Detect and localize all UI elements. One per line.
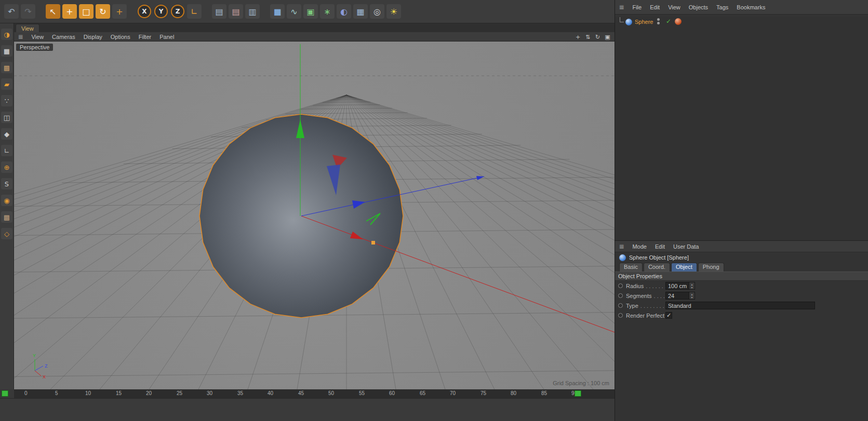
texture-mode-icon[interactable]: ▩ <box>1 62 12 73</box>
property-label: Render Perfect <box>626 313 664 319</box>
viewport-menu-display[interactable]: Display <box>84 34 102 40</box>
attributes-menu: ModeEditUser Data <box>632 243 699 250</box>
edges-mode-icon[interactable]: ◫ <box>1 112 12 123</box>
add-camera-button[interactable]: ◎ <box>370 4 384 19</box>
radius-input[interactable]: 100 cm ▴▾ <box>665 282 695 290</box>
solo-mode-icon[interactable]: S <box>1 178 12 189</box>
stepper-arrows[interactable]: ▴▾ <box>689 282 695 289</box>
view-label[interactable]: Perspective <box>16 44 53 51</box>
viewport-nav-icons: +⇅↻▣ <box>574 32 611 42</box>
section-header[interactable]: Object Properties <box>615 271 868 281</box>
viewport-menu-cameras[interactable]: Cameras <box>52 34 75 40</box>
dolly-view-icon[interactable]: ⇅ <box>584 33 592 41</box>
om-menu-edit[interactable]: Edit <box>650 4 660 10</box>
scale-tool[interactable]: □ <box>79 4 94 19</box>
move-tool[interactable]: + <box>62 4 77 19</box>
workplane-mode-icon[interactable]: ▰ <box>1 78 12 90</box>
rotate-tool[interactable]: ↻ <box>96 4 110 19</box>
add-light-button[interactable]: ☀ <box>386 4 401 19</box>
timeline-tick: 85 <box>541 390 547 396</box>
segments-input[interactable]: 24 ▴▾ <box>665 292 695 300</box>
last-tool-used[interactable]: + <box>112 4 127 19</box>
make-editable-icon[interactable]: ◑ <box>1 29 12 40</box>
viewport-menu-panel[interactable]: Panel <box>159 34 174 40</box>
tab-coord[interactable]: Coord. <box>644 263 670 271</box>
maximize-view-icon[interactable]: ▣ <box>604 33 611 41</box>
coordinate-system-toggle[interactable]: ∟ <box>187 4 202 19</box>
scale-handle[interactable] <box>371 241 375 245</box>
timeline-tick: 40 <box>268 390 273 396</box>
am-menu-userdata[interactable]: User Data <box>673 243 699 250</box>
timeline-tick: 20 <box>146 390 152 396</box>
render-picture-viewer-button[interactable]: ▤ <box>229 4 243 19</box>
timeline-ruler[interactable]: 051015202530354045505560657075808590 <box>14 389 615 399</box>
add-generator-button[interactable]: ▣ <box>303 4 318 19</box>
add-spline-button[interactable]: ∿ <box>287 4 301 19</box>
model-mode-icon[interactable]: ■ <box>1 45 12 57</box>
add-modifier-button[interactable]: ∗ <box>320 4 335 19</box>
tab-view[interactable]: View <box>16 24 39 33</box>
animation-dot[interactable] <box>618 283 623 288</box>
am-menu-mode[interactable]: Mode <box>632 243 647 250</box>
live-selection-tool[interactable]: ↖ <box>46 4 60 19</box>
tab-basic[interactable]: Basic <box>619 263 643 271</box>
render-settings-button[interactable]: ▥ <box>245 4 260 19</box>
timeline-tick: 0 <box>24 390 28 396</box>
enable-axis-icon[interactable]: ⊕ <box>1 161 12 173</box>
add-environment-button[interactable]: ▦ <box>353 4 368 19</box>
render-perfect-checkbox[interactable]: ✓ <box>665 312 672 319</box>
timeline-tick: 75 <box>480 390 486 396</box>
add-cube-button[interactable]: ■ <box>270 4 285 19</box>
viewport-menu-filter[interactable]: Filter <box>139 34 151 40</box>
om-menu-bookmarks[interactable]: Bookmarks <box>737 4 765 10</box>
object-name[interactable]: Sphere <box>635 19 653 25</box>
animation-dot[interactable] <box>618 313 623 318</box>
redo-icon[interactable]: ↷ <box>21 4 35 19</box>
visibility-toggles-icon[interactable] <box>656 18 660 25</box>
phong-tag-icon[interactable] <box>675 18 682 25</box>
points-mode-icon[interactable]: ∵ <box>1 95 12 106</box>
texture-lock-icon[interactable]: ▩ <box>1 211 12 223</box>
viewport[interactable]: Perspective Grid Spacing : 100 cm Y Z X <box>14 42 615 389</box>
pan-view-icon[interactable]: + <box>574 33 582 41</box>
animation-dot[interactable] <box>618 293 623 298</box>
animation-dot[interactable] <box>618 303 623 308</box>
am-menu-edit[interactable]: Edit <box>655 243 665 250</box>
timeline-tick: 65 <box>420 390 425 396</box>
lock-x-axis[interactable]: X <box>138 5 151 18</box>
om-menu-tags[interactable]: Tags <box>716 4 728 10</box>
paint-tool-icon[interactable]: ◉ <box>1 195 12 206</box>
viewport-menu-view[interactable]: View <box>31 34 44 40</box>
type-dropdown[interactable]: Standard <box>665 302 815 309</box>
z-axis-tip <box>476 176 484 180</box>
viewport-canvas[interactable] <box>14 42 615 389</box>
polygons-mode-icon[interactable]: ◆ <box>1 128 12 140</box>
snap-icon[interactable]: ◇ <box>1 228 12 239</box>
enabled-check-icon[interactable]: ✓ <box>666 18 671 25</box>
stepper-arrows[interactable]: ▴▾ <box>689 292 695 299</box>
om-menu-objects[interactable]: Objects <box>689 4 708 10</box>
panel-grip-icon[interactable]: ▦ <box>18 34 23 39</box>
tab-object[interactable]: Object <box>671 263 697 271</box>
panel-grip-icon[interactable]: ▦ <box>619 4 624 10</box>
sphere-object-icon[interactable] <box>625 19 632 25</box>
om-menu-view[interactable]: View <box>668 4 680 10</box>
grid-spacing-label: Grid Spacing : 100 cm <box>553 380 609 386</box>
undo-icon[interactable]: ↶ <box>4 4 19 19</box>
rotate-view-icon[interactable]: ↻ <box>594 33 602 41</box>
lock-y-axis[interactable]: Y <box>154 5 168 18</box>
object-manager[interactable]: Sphere ✓ <box>615 17 868 240</box>
panel-grip-icon[interactable]: ▦ <box>619 243 624 249</box>
render-view-button[interactable]: ▤ <box>212 4 226 19</box>
end-frame-marker[interactable] <box>575 390 581 397</box>
object-row-sphere[interactable]: Sphere ✓ <box>615 17 868 27</box>
start-frame-marker[interactable] <box>2 390 8 397</box>
attributes-menubar: ▦ ModeEditUser Data <box>615 241 868 252</box>
add-deformer-button[interactable]: ◐ <box>337 4 351 19</box>
viewport-menu-options[interactable]: Options <box>111 34 130 40</box>
workplane-tool-icon[interactable]: ∟ <box>1 145 12 156</box>
toolbar-separator <box>37 4 44 19</box>
tab-phong[interactable]: Phong <box>698 263 724 271</box>
om-menu-file[interactable]: File <box>632 4 642 10</box>
lock-z-axis[interactable]: Z <box>171 5 184 18</box>
